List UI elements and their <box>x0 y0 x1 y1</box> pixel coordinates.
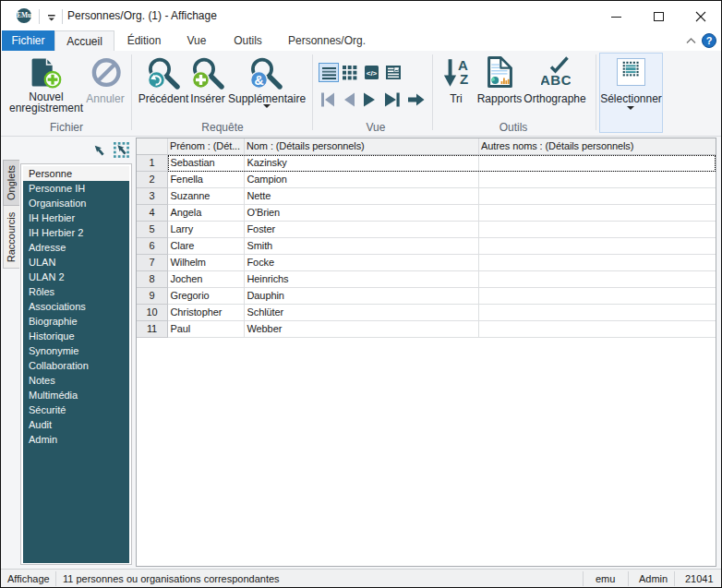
svg-text:?: ? <box>706 35 713 46</box>
svg-text:</>: </> <box>367 69 378 78</box>
svg-text:Z: Z <box>460 71 468 87</box>
svg-text:ABC: ABC <box>541 72 571 87</box>
svg-text:&: & <box>254 73 263 88</box>
